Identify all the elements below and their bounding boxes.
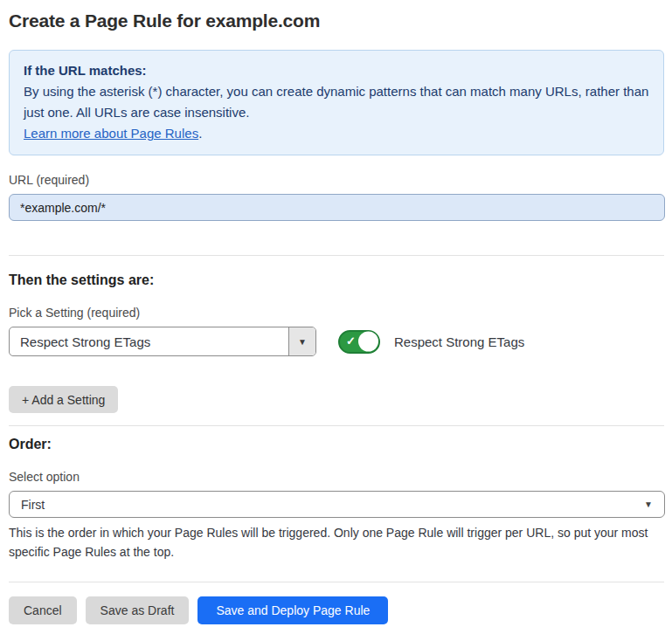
- link-suffix: .: [198, 126, 202, 141]
- toggle-knob: [358, 332, 378, 352]
- info-box-heading: If the URL matches:: [24, 60, 649, 81]
- info-box-body: By using the asterisk (*) character, you…: [24, 81, 649, 123]
- learn-more-link[interactable]: Learn more about Page Rules: [24, 126, 198, 141]
- setting-select-arrow-button[interactable]: ▼: [288, 327, 315, 355]
- order-section-heading: Order:: [9, 437, 664, 452]
- setting-toggle-group: ✓ Respect Strong ETags: [338, 330, 524, 354]
- create-page-rule-panel: Create a Page Rule for example.com If th…: [0, 0, 672, 624]
- info-box-link-line: Learn more about Page Rules.: [24, 123, 649, 144]
- section-divider: [9, 425, 664, 426]
- save-deploy-button[interactable]: Save and Deploy Page Rule: [197, 596, 388, 624]
- order-select[interactable]: First ▼: [9, 491, 665, 518]
- order-help-text: This is the order in which your Page Rul…: [9, 523, 660, 562]
- url-field-label: URL (required): [9, 173, 664, 187]
- section-divider: [9, 255, 664, 256]
- cancel-button[interactable]: Cancel: [9, 596, 77, 624]
- footer-actions: Cancel Save as Draft Save and Deploy Pag…: [9, 596, 664, 624]
- setting-select[interactable]: Respect Strong ETags ▼: [9, 327, 316, 356]
- chevron-down-icon: ▼: [644, 500, 653, 509]
- settings-section-heading: Then the settings are:: [9, 272, 664, 288]
- respect-strong-etags-toggle[interactable]: ✓: [338, 330, 380, 354]
- toggle-label: Respect Strong ETags: [394, 334, 524, 349]
- footer-divider: [9, 582, 664, 582]
- order-select-label: Select option: [9, 470, 664, 484]
- save-draft-button[interactable]: Save as Draft: [86, 596, 190, 624]
- order-select-value: First: [21, 498, 644, 512]
- add-setting-button[interactable]: + Add a Setting: [9, 386, 118, 413]
- check-icon: ✓: [346, 335, 356, 347]
- setting-select-value: Respect Strong ETags: [10, 327, 288, 355]
- page-title: Create a Page Rule for example.com: [9, 10, 664, 31]
- pick-setting-label: Pick a Setting (required): [9, 306, 664, 320]
- url-input[interactable]: [9, 194, 665, 221]
- url-match-info-box: If the URL matches: By using the asteris…: [9, 50, 664, 155]
- chevron-down-icon: ▼: [298, 337, 307, 347]
- setting-row: Respect Strong ETags ▼ ✓ Respect Strong …: [9, 327, 664, 356]
